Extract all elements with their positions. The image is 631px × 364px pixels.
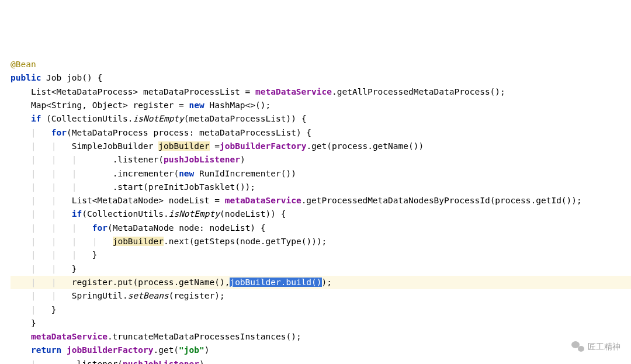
code-line: | | } xyxy=(11,262,631,276)
code-line: | } xyxy=(11,303,631,317)
code-line: | .listener(pushJobListener) xyxy=(11,358,631,364)
code-line: | | | for(MetaDataNode node: nodeList) { xyxy=(11,221,631,235)
code-line: public Job job() { xyxy=(11,71,631,85)
code-line: | | List<MetaDataNode> nodeList = metaDa… xyxy=(11,194,631,207)
code-line: | | SimpleJobBuilder jobBuilder =jobBuil… xyxy=(11,140,631,153)
code-line: | | SpringUtil.setBeans(register); xyxy=(11,289,631,303)
code-line: | for(MetaDataProcess process: metaDataP… xyxy=(11,126,631,140)
code-line: | | | .start(preInitJobTasklet()); xyxy=(11,181,631,194)
code-editor-viewport: @Beanpublic Job job() { List<MetaDataPro… xyxy=(11,58,631,364)
code-line: | | | } xyxy=(11,248,631,262)
code-line: metaDataService.truncateMetaDataProcesse… xyxy=(11,330,631,344)
wechat-icon xyxy=(571,341,584,352)
code-line: @Bean xyxy=(11,58,631,71)
watermark-text: 匠工精神 xyxy=(588,340,620,353)
code-line: return jobBuilderFactory.get("job") xyxy=(11,344,631,357)
code-line: | | if(CollectionUtils.isNotEmpty(nodeLi… xyxy=(11,207,631,221)
code-line: Map<String, Object> register = new HashM… xyxy=(11,99,631,112)
code-line: | | | .incrementer(new RunIdIncrementer(… xyxy=(11,167,631,181)
code-line: | | register.put(process.getName(),jobBu… xyxy=(11,276,631,289)
wechat-watermark: 匠工精神 xyxy=(571,340,620,353)
code-line: | | | | jobBuilder.next(getSteps(node.ge… xyxy=(11,235,631,248)
code-line: if (CollectionUtils.isNotEmpty(metaDataP… xyxy=(11,112,631,126)
code-line: | | | .listener(pushJobListener) xyxy=(11,153,631,167)
code-line: List<MetaDataProcess> metaDataProcessLis… xyxy=(11,85,631,99)
code-line: } xyxy=(11,317,631,330)
